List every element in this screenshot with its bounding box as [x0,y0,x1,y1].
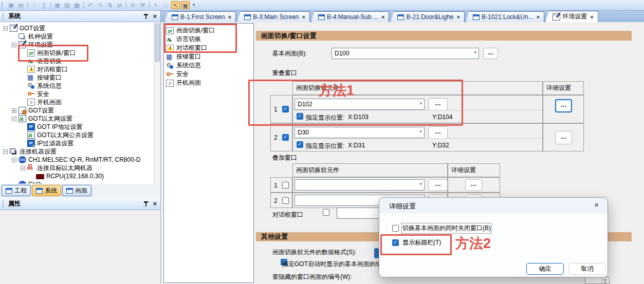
tab-close-icon[interactable]: × [228,14,231,20]
tree-item[interactable]: CH2CH2: [0,180,154,184]
dialog-close-icon[interactable]: × [594,201,599,209]
paste-window-icon[interactable]: ▩ [72,1,81,9]
collapse-expander-icon[interactable]: − [12,43,16,47]
screen-switch-device-combo[interactable]: D30▾ [295,127,425,138]
close-window-checkbox[interactable] [392,225,399,232]
screen-tab[interactable]: B-3:Main Screen× [237,11,310,22]
close-icon[interactable]: × [153,201,157,207]
base-screen-combo[interactable]: D100 ▾ [332,48,479,59]
device-browse-button[interactable]: … [428,126,448,139]
object-select-icon[interactable]: ↖ [171,1,180,9]
options-icon[interactable]: ⚒ [138,1,147,9]
tree-item[interactable]: 安全 [0,90,154,98]
screen-tab[interactable]: B-4:Manual-Sub ...× [311,11,390,22]
tab-close-icon[interactable]: × [590,14,593,20]
collapse-expander-icon[interactable]: − [12,117,16,121]
send-to-back-icon[interactable]: ▤ [16,1,25,9]
chevron-down-icon[interactable]: ▾ [419,181,422,186]
data-format-combo[interactable] [374,248,379,258]
paste-front-icon[interactable]: ▦ [53,1,62,9]
screen-tab[interactable]: B-1021:Lock&Un...× [466,11,544,22]
pin-icon[interactable] [143,13,149,20]
window-enable-checkbox[interactable] [282,197,289,204]
category-item-label: 按键窗口 [176,52,201,61]
tree-item[interactable]: −连接目标以太网机器 [0,164,154,172]
flip-vertical-icon[interactable]: ⇅ [105,1,114,9]
tree-item[interactable]: 开机画面 [0,98,154,106]
toolbar-overflow-icon[interactable]: ▾ [191,1,197,9]
tree-item[interactable]: RCPU(192.168.0.30) [0,172,154,180]
bring-to-front-icon[interactable]: ▣ [7,1,15,9]
detail-settings-button[interactable]: … [555,99,572,112]
tree-item[interactable]: IP过滤器设置 [0,139,154,147]
flip-horizontal-icon[interactable]: ⇄ [115,1,124,9]
cancel-button[interactable]: 取消 [568,263,606,275]
panel-grip-icon[interactable] [3,200,6,207]
panel-tab-系统[interactable]: 系统 [32,185,61,196]
collapse-expander-icon[interactable]: − [12,158,16,162]
panel-grip-icon[interactable] [3,13,6,20]
tab-close-icon[interactable]: × [381,14,384,20]
tab-close-icon[interactable]: × [537,14,540,20]
distribute-objects-icon[interactable]: ⣿ [40,1,48,9]
tree-item[interactable]: 对话框窗口 [0,65,154,73]
tree-item[interactable]: +GOT设置 [0,106,154,115]
tree-item[interactable]: −GOT以太网设置 [0,115,154,123]
tree-item[interactable]: 系统信息 [0,82,154,90]
screen-tab[interactable]: B-21:Door&Lighe× [390,11,465,22]
tree-item[interactable]: −GOT设置 [0,24,154,32]
chevron-down-icon[interactable]: ▾ [419,129,422,134]
close-window-checkbox-label[interactable]: 切换基本画面的同时关闭窗口(B) [402,224,491,233]
base-screen-browse-button[interactable]: … [483,48,498,59]
row-header: 2 [270,123,292,152]
tree-item[interactable]: 机种设置 [0,32,154,41]
screen-tab[interactable]: B-1:First Screen× [164,11,236,22]
category-item-label: 系统信息 [176,61,201,70]
detail-settings-button[interactable]: … [555,131,572,144]
panel-tab-工程[interactable]: 工程 [2,185,31,196]
close-icon[interactable]: × [153,13,157,20]
chevron-down-icon[interactable]: ▾ [474,50,476,55]
device-browse-button[interactable]: … [428,179,448,191]
scrollbar-thumb[interactable] [155,24,160,62]
cursor-icon[interactable]: ↖ [152,1,160,9]
spinner-icon[interactable]: ▴▾ [601,278,609,283]
display-position-checkbox[interactable] [297,141,303,148]
collapse-expander-icon[interactable]: − [3,149,8,154]
expand-expander-icon[interactable]: + [12,108,16,113]
align-objects-icon[interactable]: ∷ [30,1,39,9]
category-item[interactable]: 开机画面 [164,79,253,87]
window-select-icon[interactable]: ▣ [181,1,190,9]
toolbar-grip-icon[interactable] [2,2,5,9]
tree-item[interactable]: GOT以太网公共设置 [0,131,154,139]
tree-item-label: GOT以太网公共设置 [37,131,94,140]
screen-switch-device-combo[interactable]: ▾ [295,179,425,191]
paste-back-icon[interactable]: ▧ [63,1,71,9]
tree-item[interactable]: 按键窗口 [0,73,154,82]
ok-button[interactable]: 确定 [526,263,564,275]
category-item[interactable]: 安全 [164,70,253,79]
tree-item[interactable]: GOT IP地址设置 [0,123,154,131]
window-enable-checkbox[interactable] [282,134,289,141]
edit-vertices-icon[interactable]: N [128,1,137,9]
collapse-expander-icon[interactable]: − [21,166,25,171]
dialog-window-checkbox[interactable] [323,209,329,216]
machines-icon [19,33,24,39]
category-item[interactable]: 系统信息 [164,61,253,70]
pin-icon[interactable] [143,201,149,207]
screen-tab[interactable]: 环境设置× [545,11,598,22]
tree-scrollbar[interactable] [154,22,160,184]
detail-settings-button[interactable]: … [465,179,482,191]
category-item[interactable]: 按键窗口 [164,52,253,61]
panel-tab-画面[interactable]: 画面 [62,185,91,196]
rotate-right-icon[interactable]: ↷ [96,1,104,9]
collapse-expander-icon[interactable]: − [3,26,8,31]
hide-window-number-input[interactable]: ▴▾ [585,277,610,284]
window-enable-checkbox[interactable] [282,182,289,188]
tree-item[interactable]: −CH1CH1:MELSEC iQ-R, RnMT/RT, CR800-D [0,156,154,164]
select-area-icon[interactable]: □ [161,1,170,9]
tree-item[interactable]: −连接机器设置 [0,147,154,156]
tab-close-icon[interactable]: × [457,14,460,20]
tab-close-icon[interactable]: × [302,14,305,20]
rotate-left-icon[interactable]: ↶ [86,1,95,9]
